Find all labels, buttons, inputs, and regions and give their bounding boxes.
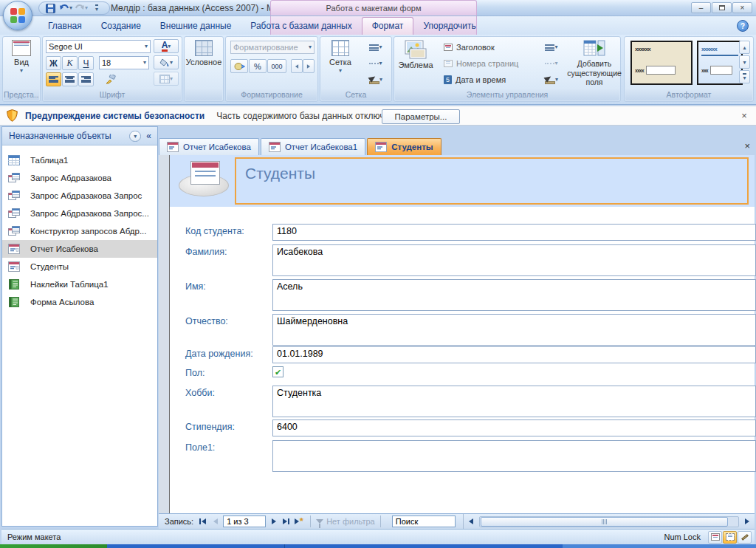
minimize-button[interactable]: – (691, 2, 711, 13)
italic-button[interactable]: К (62, 56, 78, 70)
restore-button[interactable] (712, 2, 732, 13)
field-label-pole1[interactable]: Поле1: (185, 442, 272, 453)
form-logo-icon[interactable] (179, 161, 232, 199)
view-button[interactable]: Вид ▾ (3, 37, 40, 74)
nav-item-tablica1[interactable]: Таблица1 (2, 151, 157, 169)
field-label-familiya[interactable]: Фамилия: (185, 247, 272, 257)
field-label-otchestvo[interactable]: Отчество: (185, 316, 272, 326)
group-font-label[interactable]: Шрифт (44, 89, 181, 100)
field-data-rozhdeniya[interactable]: 01.01.1989 (272, 346, 756, 363)
align-left-button[interactable] (46, 72, 61, 86)
redo-button[interactable]: ▾ (75, 2, 88, 14)
form-layout-canvas[interactable]: Студенты Код студента: 1180 Фамилия: Иса… (169, 155, 755, 513)
help-button[interactable]: ? (737, 20, 749, 32)
autoformat-preview-1[interactable]: xxxxxx xxxx (630, 41, 693, 85)
nav-item-nakleyki-tablica1[interactable]: Наклейки Таблица1 (2, 275, 157, 293)
bold-button[interactable]: Ж (46, 56, 61, 70)
nav-item-zapros-abdrazakova-zapros2[interactable]: Запрос Абдразакова Запрос... (2, 205, 157, 222)
field-label-imya[interactable]: Имя: (185, 281, 272, 292)
date-time-button[interactable]: 5 Дата и время (440, 73, 509, 86)
shutter-close-button[interactable]: « (144, 131, 154, 141)
autoformat-more-button[interactable]: ▾ (739, 70, 750, 83)
layout-view-button[interactable] (723, 531, 737, 544)
nav-item-konstruktor-zaprosov[interactable]: Конструктор запросов Абдр... (2, 222, 157, 240)
previous-record-button[interactable] (209, 516, 221, 527)
percent-format-button[interactable]: % (249, 59, 267, 73)
fill-color-button[interactable]: ▾ (154, 55, 179, 69)
field-hobbi[interactable]: Студентка (272, 386, 756, 417)
group-grid-label[interactable]: Сетка (321, 89, 391, 100)
currency-format-button[interactable] (230, 59, 248, 73)
nav-item-zapros-abdrazakova[interactable]: Запрос Абдразакова (2, 169, 157, 187)
scroll-left-button[interactable] (465, 516, 478, 527)
add-existing-fields-button[interactable]: Добавить существующие поля (570, 37, 619, 87)
underline-button[interactable]: Ч (78, 56, 94, 70)
form-title[interactable]: Студенты (245, 165, 747, 182)
gridlines-gallery-button[interactable]: Сетка ▾ (322, 37, 359, 74)
new-record-button[interactable]: * (292, 516, 305, 527)
align-right-button[interactable] (78, 72, 94, 86)
group-views-label[interactable]: Предста... (4, 89, 39, 100)
decrease-decimals-button[interactable] (303, 59, 315, 73)
scroll-right-button[interactable] (740, 516, 753, 527)
filter-status[interactable]: Нет фильтра (326, 517, 375, 526)
field-kod-studenta[interactable]: 1180 (272, 224, 756, 241)
field-pole1[interactable] (272, 440, 756, 472)
autoformat-scroll-up-button[interactable]: ▴ (739, 41, 750, 54)
undo-button[interactable]: ▾ (59, 2, 72, 14)
security-options-button[interactable]: Параметры... (382, 109, 460, 124)
start-button-sliver[interactable] (0, 544, 107, 548)
group-formatting-label[interactable]: Форматирование (227, 89, 317, 100)
font-name-combo[interactable]: Segoe UI ▾ (46, 40, 151, 53)
control-line-color-button[interactable]: ▾ (539, 73, 564, 86)
field-familiya[interactable]: Исабекова (272, 244, 756, 276)
last-record-button[interactable] (280, 516, 292, 527)
field-pol-checkbox[interactable]: ✔ (272, 366, 284, 377)
field-label-data-rozhdeniya[interactable]: Дата рождения: (185, 349, 272, 359)
nav-item-otchet-isabekova[interactable]: Отчет Исабекова (2, 240, 157, 258)
page-numbers-button[interactable]: Номера страниц (440, 57, 522, 70)
nav-menu-dropdown-button[interactable]: ▾ (129, 131, 141, 142)
search-input[interactable]: Поиск (392, 516, 456, 527)
tab-glavnaya[interactable]: Главная (38, 18, 92, 35)
first-record-button[interactable] (196, 516, 209, 527)
increase-decimals-button[interactable] (291, 59, 303, 73)
tab-format[interactable]: Формат (362, 17, 414, 35)
number-format-combo[interactable]: Форматирование ▾ (230, 41, 315, 54)
doc-tab-otchet-isabekova1[interactable]: Отчет Исабекова1 (261, 138, 365, 155)
office-button[interactable] (3, 1, 32, 30)
title-control-button[interactable]: Заголовок (440, 41, 498, 54)
autoformat-scroll-down-button[interactable]: ▾ (739, 55, 750, 69)
horizontal-scrollbar[interactable] (463, 514, 755, 530)
conditional-button[interactable]: Условное (185, 37, 223, 66)
nav-item-forma-asylova[interactable]: Форма Асылова (2, 293, 157, 311)
form-view-button[interactable] (708, 531, 722, 544)
font-color-button[interactable]: А ▾ (154, 39, 179, 53)
qat-customize-button[interactable]: ▾ (90, 2, 103, 14)
grid-line-weight-button[interactable]: ▾ (363, 41, 388, 54)
doc-tab-otchet-isabekova[interactable]: Отчет Исабекова (159, 138, 259, 155)
field-label-kod-studenta[interactable]: Код студента: (185, 226, 272, 236)
tab-uporyadochit[interactable]: Упорядочить (413, 18, 485, 35)
undo-dropdown-icon[interactable]: ▾ (69, 5, 72, 11)
format-painter-button[interactable] (102, 72, 118, 86)
save-button[interactable] (44, 2, 57, 14)
logo-button[interactable]: Эмблема (396, 37, 436, 69)
navigation-pane-header[interactable]: Неназначенные объекты ▾ « (2, 127, 157, 145)
form-title-selection[interactable]: Студенты (235, 157, 749, 205)
control-line-style-button[interactable]: ▾ (539, 57, 564, 70)
field-label-stipendiya[interactable]: Стипендия: (185, 422, 272, 432)
design-view-button[interactable] (738, 531, 752, 544)
control-line-weight-button[interactable]: ▾ (539, 41, 564, 54)
field-label-hobbi[interactable]: Хобби: (185, 388, 272, 398)
field-label-pol[interactable]: Пол: (185, 368, 272, 378)
security-close-button[interactable]: × (738, 110, 750, 121)
tab-sozdanie[interactable]: Создание (92, 18, 151, 35)
grid-line-color-button[interactable]: ▾ (363, 73, 388, 86)
scrollbar-thumb[interactable] (481, 517, 728, 527)
grid-line-style-button[interactable]: ▾ (363, 57, 388, 70)
record-position[interactable]: 1 из 3 (223, 516, 266, 527)
doc-tab-studenty[interactable]: Студенты (367, 138, 441, 155)
nav-item-zapros-abdrazakova-zapros[interactable]: Запрос Абдразакова Запрос (2, 187, 157, 205)
gridlines-button[interactable]: ▾ (154, 72, 179, 86)
